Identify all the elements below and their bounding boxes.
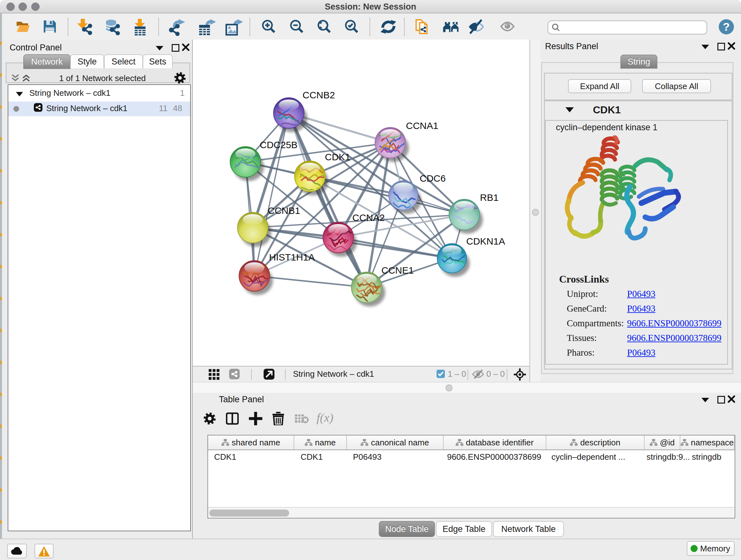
svg-text:?: ?: [723, 20, 730, 33]
svg-text:CDKN1A: CDKN1A: [466, 236, 505, 246]
svg-text:CDK1: CDK1: [325, 152, 350, 162]
svg-text:CDC6: CDC6: [420, 173, 446, 184]
svg-text:CCNB2: CCNB2: [302, 90, 335, 100]
svg-text:CCNA1: CCNA1: [406, 120, 439, 131]
svg-text:RB1: RB1: [480, 192, 498, 203]
svg-text:CCNA2: CCNA2: [352, 212, 385, 223]
svg-text:HIST1H1A: HIST1H1A: [269, 252, 315, 262]
svg-text:CDC25B: CDC25B: [260, 139, 297, 150]
svg-text:CCNE1: CCNE1: [381, 265, 414, 275]
svg-text:CCNB1: CCNB1: [268, 205, 300, 216]
